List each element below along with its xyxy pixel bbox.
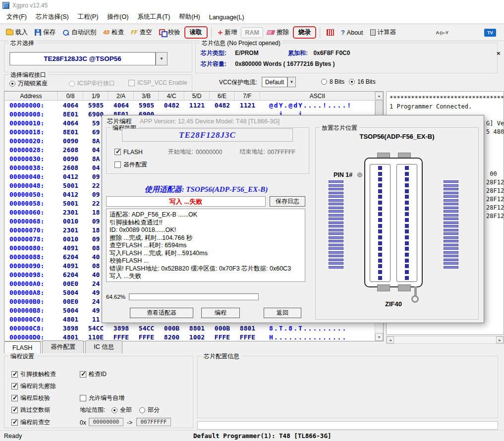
- scroll-right-button[interactable]: ►: [496, 336, 504, 343]
- adapter-pin: [444, 195, 458, 198]
- range-end-field[interactable]: 007FFFFF: [136, 418, 171, 426]
- dock-close-icon[interactable]: ×: [497, 50, 501, 57]
- adapter-pin: [444, 232, 458, 235]
- save-log-button[interactable]: 保存日志: [270, 196, 305, 207]
- erase-before-checkbox[interactable]: [11, 383, 18, 389]
- adapter-pin: [329, 266, 343, 269]
- vcc-row: VCC保护电流:: [219, 78, 257, 87]
- scroll-down-button[interactable]: ▼: [375, 333, 383, 341]
- erase-button[interactable]: 擦除: [264, 26, 292, 39]
- adapter-pin: [329, 247, 343, 250]
- blank-before-checkbox[interactable]: [11, 419, 18, 426]
- pin-check-checkbox[interactable]: [11, 371, 18, 378]
- icsp-radio[interactable]: [69, 81, 75, 87]
- auto-detect-button[interactable]: 自动识别: [59, 26, 99, 39]
- socket-radio[interactable]: [9, 81, 15, 87]
- flash-checkbox[interactable]: [114, 149, 121, 155]
- hex-cell: 5001: [58, 182, 83, 189]
- ram-button[interactable]: RAM: [241, 27, 263, 38]
- pin-test-button[interactable]: 4D检查: [100, 26, 127, 39]
- dialog-back-button[interactable]: 返回: [264, 308, 301, 318]
- read-button[interactable]: 读取: [184, 26, 208, 39]
- menu-item[interactable]: Language(L): [205, 12, 249, 23]
- interface-group: 选择编程接口 万能锁紧座 ICSP串行接口 ICSP_VCC Enable: [4, 74, 192, 91]
- pin-test-label: 检查: [112, 28, 124, 37]
- bits16-radio[interactable]: [349, 79, 355, 85]
- adapter-pin: [329, 210, 343, 213]
- adapter-pin: [329, 255, 343, 257]
- chip-type-line: 芯片类型: E/PROM 累加和: 0x6F8F F0C0: [201, 49, 350, 57]
- menu-item[interactable]: 系统工具(T): [133, 11, 174, 23]
- operation-status: 写入 ...失败: [106, 196, 266, 207]
- scroll-up-button[interactable]: ▲: [375, 92, 383, 100]
- hex-prefix-label: 0x: [80, 419, 86, 426]
- range-part-radio[interactable]: [139, 407, 145, 413]
- menu-item[interactable]: 帮助(H): [174, 11, 204, 23]
- icsp-vcc-checkbox[interactable]: [128, 80, 135, 86]
- hex-address: 00000020:: [4, 137, 58, 145]
- device-config-checkbox[interactable]: [114, 162, 121, 168]
- adapter-pin: [329, 244, 343, 246]
- verify-after-label: 编程后校验: [20, 394, 50, 402]
- range-start-field[interactable]: 00000000: [89, 418, 123, 426]
- dialog-program-button[interactable]: 编程: [201, 308, 240, 318]
- scroll-left-button[interactable]: ◄: [387, 336, 394, 343]
- log-horizontal-scrollbar[interactable]: ◄ ►: [386, 336, 504, 344]
- skip-blank-row: 跳过空数据: [11, 406, 50, 414]
- tab-flash[interactable]: FLASH: [4, 341, 41, 353]
- dialog-log-line: 写入 ...失败: [110, 273, 302, 280]
- tab-ic-info[interactable]: IC 信息: [85, 340, 122, 353]
- hex-header-cell: Address: [4, 92, 58, 101]
- program-button[interactable]: 烧录: [293, 26, 316, 39]
- hex-row[interactable]: 000000C8:389854CC389854CC000B8801000B880…: [4, 324, 375, 332]
- hex-row[interactable]: 00000000:4064598540645985048211210482112…: [4, 101, 375, 110]
- verify-after-checkbox[interactable]: [11, 395, 18, 401]
- pins-right: [444, 180, 458, 269]
- menu-item[interactable]: 芯片选择(S): [31, 11, 73, 23]
- calculator-button[interactable]: 计算器: [367, 26, 399, 39]
- save-button[interactable]: 保存: [32, 26, 58, 39]
- save-label: 保存: [43, 28, 56, 37]
- addr-range-label: 地址范围:: [80, 406, 105, 414]
- tab-device-config[interactable]: 器件配置: [42, 340, 84, 353]
- zif-label: ZIF40: [364, 300, 423, 308]
- menu-item[interactable]: 文件(F): [2, 11, 31, 23]
- range-all-radio[interactable]: [112, 407, 117, 413]
- about-button[interactable]: ?About: [338, 27, 366, 38]
- socket-hole: [378, 183, 382, 187]
- ic-socket-button[interactable]: [324, 27, 337, 38]
- vcc-combo[interactable]: Default: [262, 77, 287, 87]
- hex-address: 00000018:: [4, 128, 58, 136]
- chevron-down-icon: ▼: [290, 80, 294, 84]
- menu-item[interactable]: 操作(O): [103, 11, 133, 23]
- hex-ascii: @dY.@dY....!....!: [260, 102, 375, 109]
- bits16-label: 16 Bits: [357, 78, 376, 85]
- tv-mode-button[interactable]: TV: [481, 27, 499, 39]
- logic-tool-button[interactable]: A-▷-Y: [433, 28, 451, 37]
- check-id-checkbox[interactable]: [80, 371, 86, 378]
- chip-placement-label: 放置芯片位置: [320, 124, 359, 132]
- hex-cell: 6204: [58, 253, 83, 261]
- start-address-label: 开始地址:: [168, 148, 193, 156]
- flash-row: FLASH 开始地址: 00000000 结束地址: 007FFFFF: [114, 148, 295, 156]
- menu-item[interactable]: 工程(P): [73, 11, 103, 23]
- verify-button[interactable]: 校验: [156, 26, 183, 39]
- socket-hole: [378, 270, 382, 274]
- blank-check-button[interactable]: FF查空: [128, 26, 155, 39]
- adapter-pin: [329, 192, 343, 194]
- hex-cell: 0010: [58, 218, 83, 225]
- skip-blank-checkbox[interactable]: [11, 407, 18, 413]
- socket-hole: [405, 253, 409, 257]
- adapter-pin: [329, 229, 343, 231]
- view-adapter-button[interactable]: 查看适配器: [130, 308, 193, 318]
- new-button[interactable]: +新增: [215, 26, 240, 39]
- auto-serial-checkbox[interactable]: [80, 395, 86, 401]
- adapter-pin: [329, 259, 343, 261]
- chip-select-combo[interactable]: TE28F128J3C @TSOP56: [9, 52, 156, 65]
- addr-range-row: 地址范围: 全部 部分: [80, 406, 160, 414]
- chip-select-dropdown-button[interactable]: ▼: [156, 52, 168, 65]
- vcc-dropdown-button[interactable]: ▼: [287, 77, 296, 87]
- bits8-radio[interactable]: [321, 79, 327, 85]
- load-button[interactable]: 载入: [3, 26, 31, 39]
- checksum-value: 0x6F8F F0C0: [313, 50, 350, 56]
